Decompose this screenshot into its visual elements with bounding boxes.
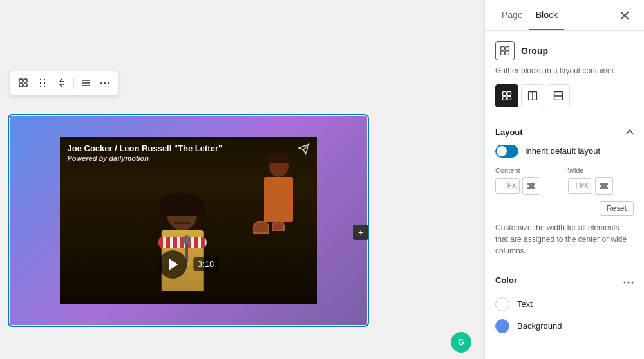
layout-section: Layout Inherit default layout Content xyxy=(485,118,644,266)
color-option-background[interactable]: Background xyxy=(495,315,634,337)
content-width-input[interactable] xyxy=(496,179,504,193)
play-button[interactable] xyxy=(158,250,187,279)
video-title-bar: Joe Cocker / Leon Russell "The Letter" P… xyxy=(60,137,317,169)
group-title: Group xyxy=(521,46,548,56)
tab-page[interactable]: Page xyxy=(495,1,529,30)
video-block[interactable]: Joe Cocker / Leon Russell "The Letter" P… xyxy=(10,116,367,325)
background-color-label: Background xyxy=(517,321,562,331)
svg-point-38 xyxy=(632,281,634,283)
svg-rect-3 xyxy=(24,84,27,87)
play-triangle-icon xyxy=(169,259,178,270)
svg-rect-24 xyxy=(503,97,507,100)
wide-unit: PX xyxy=(576,182,592,189)
reset-button-row: Reset xyxy=(495,201,634,216)
layout-section-header: Layout xyxy=(495,127,634,137)
color-section-title: Color xyxy=(495,275,517,285)
reset-button[interactable]: Reset xyxy=(600,201,634,216)
group-button[interactable] xyxy=(14,74,32,92)
svg-point-14 xyxy=(104,82,106,84)
svg-point-15 xyxy=(108,82,109,84)
inherit-layout-label: Inherit default layout xyxy=(525,146,600,156)
svg-point-9 xyxy=(44,86,45,87)
svg-rect-18 xyxy=(501,47,505,51)
group-section: Group Gather blocks in a layout containe… xyxy=(485,31,644,118)
group-icon xyxy=(495,41,515,60)
group-description: Gather blocks in a layout container. xyxy=(495,66,634,77)
text-color-label: Text xyxy=(517,299,533,309)
canvas-area: Joe Cocker / Leon Russell "The Letter" P… xyxy=(0,0,484,359)
svg-rect-19 xyxy=(506,47,509,51)
svg-point-8 xyxy=(40,86,41,87)
row-button[interactable] xyxy=(547,84,570,107)
drag-handle-button[interactable] xyxy=(33,74,52,92)
add-block-button[interactable]: + xyxy=(353,225,368,240)
duration-badge: 3:18 xyxy=(193,257,218,271)
layout-collapse-icon[interactable] xyxy=(626,127,634,136)
sidebar: Page Block Group xyxy=(484,0,644,359)
inherit-layout-toggle-row: Inherit default layout xyxy=(495,145,634,158)
wide-width-input-wrapper: PX xyxy=(568,178,592,194)
block-toolbar xyxy=(10,71,118,95)
toolbar-divider xyxy=(73,77,74,89)
content-unit: PX xyxy=(504,182,519,189)
icon-buttons-row xyxy=(495,84,634,107)
background-color-swatch xyxy=(495,319,509,333)
align-button[interactable] xyxy=(77,74,95,92)
svg-point-13 xyxy=(100,82,102,84)
group-layout-button[interactable] xyxy=(495,84,518,107)
play-overlay[interactable]: 3:18 xyxy=(158,250,218,279)
svg-rect-25 xyxy=(507,97,511,100)
tab-block[interactable]: Block xyxy=(529,1,564,30)
video-inner: Joe Cocker / Leon Russell "The Letter" P… xyxy=(60,137,317,304)
text-color-swatch xyxy=(495,297,509,311)
svg-point-6 xyxy=(40,82,41,84)
svg-rect-22 xyxy=(503,91,507,95)
more-options-button[interactable] xyxy=(96,74,114,92)
content-label: Content xyxy=(495,167,562,174)
content-width-group: Content PX xyxy=(495,167,562,195)
group-header: Group xyxy=(495,41,634,60)
layout-section-title: Layout xyxy=(495,127,523,137)
svg-point-5 xyxy=(44,79,45,80)
inherit-layout-toggle[interactable] xyxy=(495,145,518,158)
color-option-text[interactable]: Text xyxy=(495,293,634,315)
wide-label: Wide xyxy=(568,167,634,174)
svg-rect-2 xyxy=(19,84,23,87)
width-inputs-row: Content PX xyxy=(495,167,634,195)
svg-point-36 xyxy=(624,281,626,283)
wide-width-input[interactable] xyxy=(569,179,576,193)
video-title: Joe Cocker / Leon Russell "The Letter" xyxy=(68,143,223,153)
wide-align-button[interactable] xyxy=(595,177,613,195)
svg-point-37 xyxy=(628,281,630,283)
svg-point-7 xyxy=(44,82,45,84)
move-up-down-button[interactable] xyxy=(53,74,71,92)
svg-rect-20 xyxy=(501,51,505,55)
svg-rect-1 xyxy=(24,79,27,82)
svg-rect-0 xyxy=(19,79,23,82)
svg-rect-23 xyxy=(507,91,511,95)
grammarly-button[interactable]: G xyxy=(451,332,471,353)
content-width-input-wrapper: PX xyxy=(495,178,520,194)
color-section: Color Text Background xyxy=(485,266,644,346)
share-icon xyxy=(298,143,310,158)
columns-button[interactable] xyxy=(521,84,544,107)
close-button[interactable] xyxy=(616,6,634,24)
sidebar-content: Group Gather blocks in a layout containe… xyxy=(485,31,644,359)
toggle-knob xyxy=(497,146,507,156)
svg-rect-21 xyxy=(506,51,509,55)
wide-width-group: Wide PX xyxy=(568,167,634,195)
sidebar-tabs: Page Block xyxy=(485,0,644,31)
video-subtitle: Powered by dailymotion xyxy=(68,154,223,162)
color-menu-icon[interactable] xyxy=(623,275,634,286)
customize-description: Customize the width for all elements tha… xyxy=(495,222,634,257)
svg-point-4 xyxy=(40,79,41,80)
content-align-button[interactable] xyxy=(522,177,540,195)
color-header: Color xyxy=(495,275,634,286)
